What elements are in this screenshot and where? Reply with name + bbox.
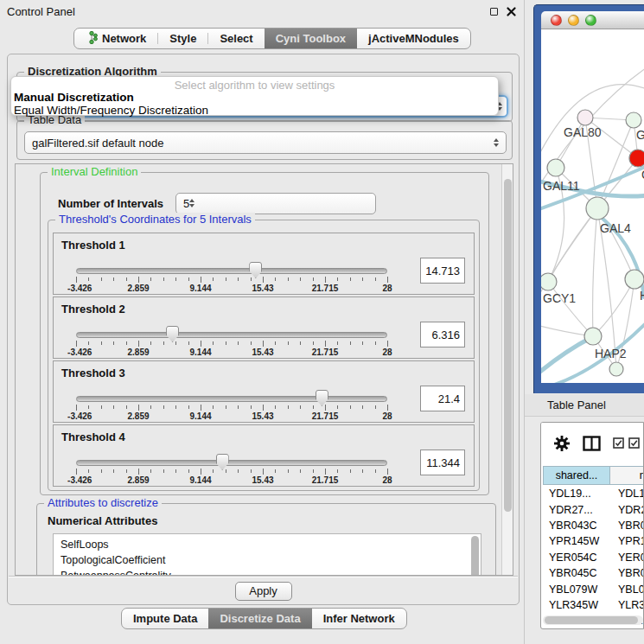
scrollbar-thumb[interactable] (545, 616, 638, 624)
table-horizontal-scrollbar[interactable] (543, 615, 643, 625)
minimize-traffic-light-icon[interactable] (568, 15, 579, 26)
table-data-value: galFiltered.sif default node (32, 137, 163, 150)
columns-icon[interactable] (583, 436, 601, 451)
close-traffic-light-icon[interactable] (551, 15, 562, 26)
threshold-value-field[interactable]: 14.713 (420, 258, 465, 284)
network-node[interactable] (609, 362, 623, 376)
tab-infer-network[interactable]: Infer Network (312, 609, 406, 628)
network-node[interactable] (626, 112, 641, 128)
network-node-label: G (636, 128, 644, 142)
slider-track[interactable] (76, 396, 387, 402)
table-cell: YDL1... (610, 488, 644, 500)
table-row[interactable]: YPR145WYPR1... (543, 533, 644, 549)
checkbox-icon[interactable] (628, 437, 640, 449)
tick-mark (288, 405, 289, 409)
tick-mark (337, 341, 338, 345)
table-row[interactable]: YBR045CYBR0... (543, 565, 644, 581)
column-header[interactable]: shared... (543, 466, 610, 485)
threshold-label: Threshold 1 (61, 239, 125, 252)
tick-mark (300, 277, 301, 281)
close-panel-button[interactable] (505, 5, 517, 17)
thresholds-group: Threshold's Coordinates for 5 Intervals … (48, 220, 480, 491)
network-window-titlebar[interactable] (541, 11, 644, 29)
apply-button[interactable]: Apply (235, 582, 292, 601)
threshold-slider[interactable]: -3.4262.8599.14415.4321.71528 (76, 456, 387, 486)
table-cell: YLR3... (610, 599, 644, 611)
network-node[interactable] (577, 110, 593, 125)
panel-title: Control Panel (7, 5, 482, 18)
float-panel-button[interactable] (488, 5, 500, 17)
slider-scale-labels: -3.4262.8599.14415.4321.71528 (76, 411, 387, 422)
attribute-list-item[interactable]: TopologicalCoefficient (61, 552, 481, 568)
scale-label: 9.144 (189, 475, 211, 485)
node-table: shared...n... YDL19...YDL1...YDR27...YDR… (540, 422, 644, 629)
threshold-panel: Threshold 2-3.4262.8599.14415.4321.71528… (53, 296, 475, 359)
table-row[interactable]: YDL19...YDL1... (543, 486, 644, 501)
number-of-intervals-combobox[interactable]: 5 (175, 193, 376, 214)
table-row[interactable]: YDR27...YDR2... (543, 501, 644, 517)
column-header[interactable]: n... (610, 466, 644, 485)
attributes-group-title: Attributes to discretize (44, 496, 162, 509)
slider-track[interactable] (76, 332, 387, 338)
attribute-list-item[interactable]: SelfLoops (61, 537, 481, 552)
tab-select[interactable]: Select (208, 29, 264, 48)
attributes-list-scrollbar[interactable] (471, 536, 479, 576)
threshold-slider[interactable]: -3.4262.8599.14415.4321.71528 (76, 265, 387, 294)
slider-track[interactable] (76, 268, 387, 274)
tick-mark (238, 405, 239, 409)
tick-mark (213, 341, 214, 345)
settings-vertical-scrollbar[interactable] (501, 164, 513, 575)
network-node[interactable] (629, 150, 644, 167)
scale-label: -3.426 (67, 411, 92, 421)
tick-mark (113, 405, 114, 409)
network-edge (593, 208, 597, 336)
tab-cyni-toolbox[interactable]: Cyni Toolbox (265, 29, 357, 48)
network-node[interactable] (547, 159, 564, 176)
tick-mark (350, 469, 351, 473)
table-row[interactable]: YER054CYER0... (543, 550, 644, 565)
table-row[interactable]: YLR345WYLR3... (543, 597, 644, 613)
tick-mark (251, 405, 252, 409)
numerical-attributes-list[interactable]: SelfLoopsTopologicalCoefficientBetweenne… (53, 533, 481, 576)
tick-mark (163, 405, 164, 409)
scale-label: -3.426 (67, 284, 92, 293)
dropdown-option[interactable]: Manual Discretization (11, 92, 498, 105)
network-canvas[interactable]: GAL80GCGAL11GAL4GCY1HHAP2 (541, 29, 644, 383)
scale-label: 9.144 (189, 284, 211, 293)
tick-mark (163, 277, 164, 281)
tab-style[interactable]: Style (158, 29, 207, 48)
threshold-value-field[interactable]: 11.344 (420, 450, 465, 475)
checkbox-icon[interactable] (613, 437, 624, 449)
network-node[interactable] (541, 273, 557, 290)
zoom-traffic-light-icon[interactable] (585, 15, 596, 26)
network-node[interactable] (584, 328, 602, 345)
network-icon (86, 31, 98, 47)
table-cell: YDR27... (543, 504, 610, 516)
scale-label: 15.43 (252, 411, 273, 421)
threshold-slider[interactable]: -3.4262.8599.14415.4321.71528 (76, 392, 387, 422)
tab-impute-data[interactable]: Impute Data (122, 609, 208, 628)
network-node-label: GAL11 (543, 179, 580, 193)
tab-jactivemnodules[interactable]: jActiveMNodules (357, 29, 470, 48)
threshold-value-field[interactable]: 6.316 (420, 322, 465, 348)
threshold-slider[interactable]: -3.4262.8599.14415.4321.71528 (76, 328, 387, 358)
threshold-value-field[interactable]: 21.4 (420, 386, 465, 411)
tab-label: jActiveMNodules (368, 32, 459, 45)
table-row[interactable]: YBR043CYBR0... (543, 518, 644, 533)
threshold-panel: Threshold 3-3.4262.8599.14415.4321.71528… (53, 360, 475, 423)
gear-icon[interactable] (553, 435, 571, 452)
table-row[interactable]: YBL079WYBL0... (543, 581, 644, 596)
dropdown-option[interactable]: Equal Width/Frequency Discretization (11, 105, 498, 118)
attribute-list-item[interactable]: BetweennessCentrality (61, 568, 481, 576)
network-node[interactable] (586, 197, 609, 220)
network-node[interactable] (625, 270, 644, 289)
scrollbar-thumb[interactable] (504, 179, 512, 512)
slider-track[interactable] (76, 460, 387, 466)
interval-definition-group: Interval Definition Number of Intervals … (40, 172, 489, 495)
tick-mark (126, 469, 127, 473)
tab-network[interactable]: Network (74, 29, 157, 48)
tick-mark (213, 405, 214, 409)
tab-discretize-data[interactable]: Discretize Data (208, 609, 311, 628)
tick-mark (350, 341, 351, 345)
table-data-combobox[interactable]: galFiltered.sif default node (24, 131, 507, 154)
